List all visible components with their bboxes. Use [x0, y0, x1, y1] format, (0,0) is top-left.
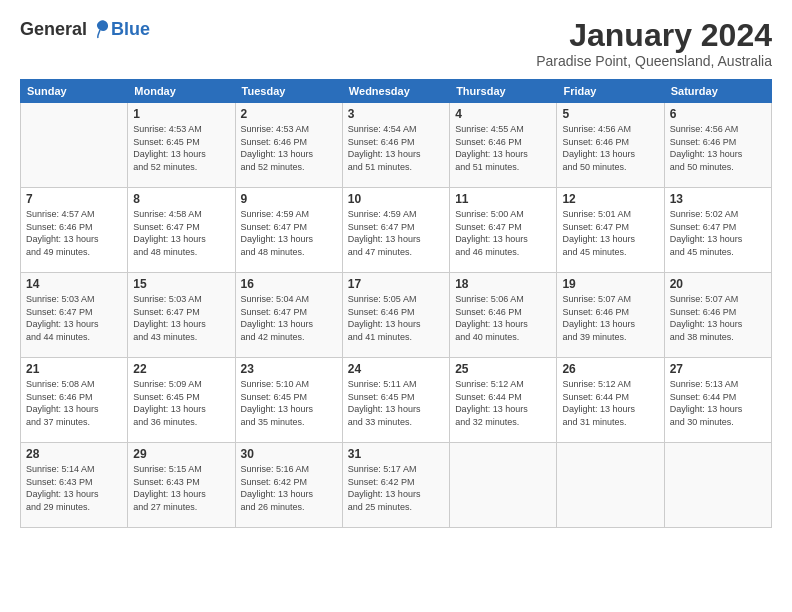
day-number: 31	[348, 447, 444, 461]
day-info: Sunrise: 4:56 AM Sunset: 6:46 PM Dayligh…	[670, 123, 766, 173]
day-info: Sunrise: 5:14 AM Sunset: 6:43 PM Dayligh…	[26, 463, 122, 513]
day-number: 24	[348, 362, 444, 376]
day-info: Sunrise: 5:09 AM Sunset: 6:45 PM Dayligh…	[133, 378, 229, 428]
calendar-cell: 2Sunrise: 4:53 AM Sunset: 6:46 PM Daylig…	[235, 103, 342, 188]
day-info: Sunrise: 5:07 AM Sunset: 6:46 PM Dayligh…	[670, 293, 766, 343]
calendar-cell	[21, 103, 128, 188]
calendar-cell: 5Sunrise: 4:56 AM Sunset: 6:46 PM Daylig…	[557, 103, 664, 188]
week-row-4: 21Sunrise: 5:08 AM Sunset: 6:46 PM Dayli…	[21, 358, 772, 443]
calendar-cell: 18Sunrise: 5:06 AM Sunset: 6:46 PM Dayli…	[450, 273, 557, 358]
day-info: Sunrise: 5:03 AM Sunset: 6:47 PM Dayligh…	[26, 293, 122, 343]
calendar-cell: 19Sunrise: 5:07 AM Sunset: 6:46 PM Dayli…	[557, 273, 664, 358]
day-info: Sunrise: 4:55 AM Sunset: 6:46 PM Dayligh…	[455, 123, 551, 173]
day-info: Sunrise: 5:02 AM Sunset: 6:47 PM Dayligh…	[670, 208, 766, 258]
day-info: Sunrise: 5:11 AM Sunset: 6:45 PM Dayligh…	[348, 378, 444, 428]
logo-text: General Blue	[20, 18, 150, 40]
day-info: Sunrise: 4:56 AM Sunset: 6:46 PM Dayligh…	[562, 123, 658, 173]
day-number: 25	[455, 362, 551, 376]
calendar-cell: 13Sunrise: 5:02 AM Sunset: 6:47 PM Dayli…	[664, 188, 771, 273]
title-block: January 2024 Paradise Point, Queensland,…	[536, 18, 772, 69]
day-number: 2	[241, 107, 337, 121]
day-info: Sunrise: 5:04 AM Sunset: 6:47 PM Dayligh…	[241, 293, 337, 343]
calendar-cell	[557, 443, 664, 528]
calendar-cell: 3Sunrise: 4:54 AM Sunset: 6:46 PM Daylig…	[342, 103, 449, 188]
day-info: Sunrise: 5:05 AM Sunset: 6:46 PM Dayligh…	[348, 293, 444, 343]
day-number: 16	[241, 277, 337, 291]
calendar-cell: 15Sunrise: 5:03 AM Sunset: 6:47 PM Dayli…	[128, 273, 235, 358]
day-number: 18	[455, 277, 551, 291]
day-number: 7	[26, 192, 122, 206]
calendar-cell: 4Sunrise: 4:55 AM Sunset: 6:46 PM Daylig…	[450, 103, 557, 188]
calendar-cell: 10Sunrise: 4:59 AM Sunset: 6:47 PM Dayli…	[342, 188, 449, 273]
day-number: 13	[670, 192, 766, 206]
calendar-cell: 22Sunrise: 5:09 AM Sunset: 6:45 PM Dayli…	[128, 358, 235, 443]
day-info: Sunrise: 5:12 AM Sunset: 6:44 PM Dayligh…	[455, 378, 551, 428]
calendar-cell: 11Sunrise: 5:00 AM Sunset: 6:47 PM Dayli…	[450, 188, 557, 273]
day-number: 10	[348, 192, 444, 206]
day-info: Sunrise: 4:54 AM Sunset: 6:46 PM Dayligh…	[348, 123, 444, 173]
day-number: 28	[26, 447, 122, 461]
week-row-1: 1Sunrise: 4:53 AM Sunset: 6:45 PM Daylig…	[21, 103, 772, 188]
day-info: Sunrise: 5:03 AM Sunset: 6:47 PM Dayligh…	[133, 293, 229, 343]
calendar-cell: 23Sunrise: 5:10 AM Sunset: 6:45 PM Dayli…	[235, 358, 342, 443]
calendar-body: 1Sunrise: 4:53 AM Sunset: 6:45 PM Daylig…	[21, 103, 772, 528]
day-info: Sunrise: 5:06 AM Sunset: 6:46 PM Dayligh…	[455, 293, 551, 343]
calendar-cell	[450, 443, 557, 528]
day-number: 11	[455, 192, 551, 206]
calendar-cell: 9Sunrise: 4:59 AM Sunset: 6:47 PM Daylig…	[235, 188, 342, 273]
header-day-monday: Monday	[128, 80, 235, 103]
calendar-cell: 12Sunrise: 5:01 AM Sunset: 6:47 PM Dayli…	[557, 188, 664, 273]
day-info: Sunrise: 5:16 AM Sunset: 6:42 PM Dayligh…	[241, 463, 337, 513]
calendar-cell: 8Sunrise: 4:58 AM Sunset: 6:47 PM Daylig…	[128, 188, 235, 273]
day-number: 20	[670, 277, 766, 291]
day-info: Sunrise: 5:13 AM Sunset: 6:44 PM Dayligh…	[670, 378, 766, 428]
calendar-cell: 30Sunrise: 5:16 AM Sunset: 6:42 PM Dayli…	[235, 443, 342, 528]
day-number: 17	[348, 277, 444, 291]
day-info: Sunrise: 5:07 AM Sunset: 6:46 PM Dayligh…	[562, 293, 658, 343]
page: General Blue January 2024 Paradise Point…	[0, 0, 792, 612]
day-number: 6	[670, 107, 766, 121]
calendar-cell: 17Sunrise: 5:05 AM Sunset: 6:46 PM Dayli…	[342, 273, 449, 358]
calendar-cell: 20Sunrise: 5:07 AM Sunset: 6:46 PM Dayli…	[664, 273, 771, 358]
header-day-saturday: Saturday	[664, 80, 771, 103]
day-number: 1	[133, 107, 229, 121]
header-day-thursday: Thursday	[450, 80, 557, 103]
day-info: Sunrise: 4:59 AM Sunset: 6:47 PM Dayligh…	[348, 208, 444, 258]
logo: General Blue	[20, 18, 150, 40]
calendar-header: SundayMondayTuesdayWednesdayThursdayFrid…	[21, 80, 772, 103]
calendar-cell: 21Sunrise: 5:08 AM Sunset: 6:46 PM Dayli…	[21, 358, 128, 443]
day-number: 9	[241, 192, 337, 206]
day-info: Sunrise: 5:17 AM Sunset: 6:42 PM Dayligh…	[348, 463, 444, 513]
location-title: Paradise Point, Queensland, Australia	[536, 53, 772, 69]
day-number: 5	[562, 107, 658, 121]
calendar-cell: 31Sunrise: 5:17 AM Sunset: 6:42 PM Dayli…	[342, 443, 449, 528]
day-number: 22	[133, 362, 229, 376]
day-info: Sunrise: 5:10 AM Sunset: 6:45 PM Dayligh…	[241, 378, 337, 428]
day-info: Sunrise: 5:15 AM Sunset: 6:43 PM Dayligh…	[133, 463, 229, 513]
day-number: 30	[241, 447, 337, 461]
header-day-wednesday: Wednesday	[342, 80, 449, 103]
calendar: SundayMondayTuesdayWednesdayThursdayFrid…	[20, 79, 772, 528]
day-number: 12	[562, 192, 658, 206]
day-info: Sunrise: 4:53 AM Sunset: 6:46 PM Dayligh…	[241, 123, 337, 173]
day-info: Sunrise: 4:59 AM Sunset: 6:47 PM Dayligh…	[241, 208, 337, 258]
header-row: SundayMondayTuesdayWednesdayThursdayFrid…	[21, 80, 772, 103]
day-number: 23	[241, 362, 337, 376]
calendar-cell: 28Sunrise: 5:14 AM Sunset: 6:43 PM Dayli…	[21, 443, 128, 528]
calendar-cell: 29Sunrise: 5:15 AM Sunset: 6:43 PM Dayli…	[128, 443, 235, 528]
day-number: 3	[348, 107, 444, 121]
logo-blue: Blue	[111, 19, 150, 40]
calendar-cell: 16Sunrise: 5:04 AM Sunset: 6:47 PM Dayli…	[235, 273, 342, 358]
day-number: 15	[133, 277, 229, 291]
header-day-sunday: Sunday	[21, 80, 128, 103]
day-info: Sunrise: 5:01 AM Sunset: 6:47 PM Dayligh…	[562, 208, 658, 258]
day-info: Sunrise: 5:00 AM Sunset: 6:47 PM Dayligh…	[455, 208, 551, 258]
calendar-cell: 24Sunrise: 5:11 AM Sunset: 6:45 PM Dayli…	[342, 358, 449, 443]
calendar-cell: 7Sunrise: 4:57 AM Sunset: 6:46 PM Daylig…	[21, 188, 128, 273]
calendar-cell: 1Sunrise: 4:53 AM Sunset: 6:45 PM Daylig…	[128, 103, 235, 188]
day-number: 27	[670, 362, 766, 376]
header-day-tuesday: Tuesday	[235, 80, 342, 103]
month-title: January 2024	[536, 18, 772, 53]
day-number: 26	[562, 362, 658, 376]
calendar-cell: 25Sunrise: 5:12 AM Sunset: 6:44 PM Dayli…	[450, 358, 557, 443]
